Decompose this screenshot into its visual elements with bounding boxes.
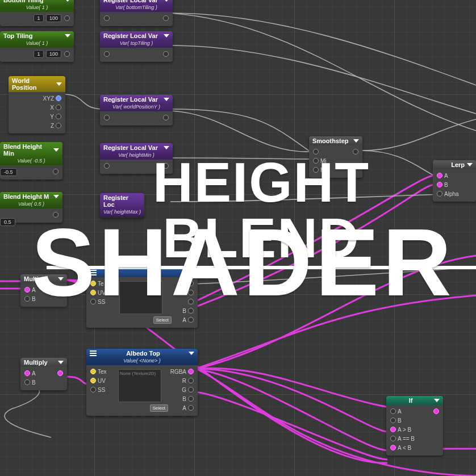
output-port-rgba[interactable] — [188, 369, 194, 374]
output-port[interactable] — [353, 149, 358, 155]
chevron-down-icon[interactable] — [58, 277, 64, 281]
node-lerp[interactable]: Lerp A B Alpha — [433, 160, 476, 202]
output-port[interactable] — [163, 115, 169, 120]
chevron-down-icon[interactable] — [65, 34, 70, 37]
output-port-b[interactable] — [188, 308, 194, 314]
blend-max-field[interactable]: 0.5 — [0, 218, 15, 226]
output-port-r[interactable] — [188, 290, 194, 295]
node-multiply-2[interactable]: Multiply A B — [20, 358, 67, 390]
node-title: Register Local Var — [103, 0, 158, 3]
output-port-z[interactable] — [56, 123, 61, 128]
input-port-aeqb[interactable] — [390, 436, 396, 441]
output-port[interactable] — [53, 169, 59, 174]
node-smoothstep[interactable]: Smoothstep Mi Ma — [309, 136, 362, 178]
input-port-agtb[interactable] — [390, 427, 396, 432]
node-bottom-tiling[interactable]: Bottom Tiling Value( 1 ) 1 100 — [0, 0, 74, 26]
output-port[interactable] — [163, 51, 169, 57]
output-port-a[interactable] — [188, 317, 194, 323]
input-port-b[interactable] — [437, 182, 442, 187]
chevron-down-icon[interactable] — [53, 148, 59, 152]
node-register-toptiling[interactable]: Register Local Var Var( topTiling ) — [100, 31, 173, 62]
node-if[interactable]: If A B A > B A == B A < B — [386, 396, 443, 456]
chevron-down-icon[interactable] — [58, 361, 64, 364]
select-button[interactable]: Select — [153, 316, 172, 324]
chevron-down-icon[interactable] — [164, 34, 169, 37]
menu-icon[interactable] — [90, 353, 97, 354]
chevron-down-icon[interactable] — [65, 0, 70, 2]
node-top-tiling[interactable]: Top Tiling Value( 1 ) 1 100 — [0, 31, 74, 62]
input-port-b[interactable] — [24, 296, 30, 302]
node-albedo-top[interactable]: Albedo Top Value( <None> ) Tex UV SS Non… — [86, 349, 198, 416]
input-port[interactable] — [104, 15, 110, 21]
input-port-ss[interactable] — [90, 387, 96, 393]
output-port-x[interactable] — [56, 105, 61, 110]
port-label: A — [182, 317, 186, 323]
port-label: R — [182, 378, 186, 384]
output-port-rgba[interactable] — [188, 281, 194, 286]
input-port-a[interactable] — [437, 173, 442, 178]
chevron-down-icon[interactable] — [434, 399, 440, 402]
node-register-heightmax[interactable]: Register Loc Var( heightMax ) — [100, 193, 144, 218]
node-texture-bottom[interactable]: Te UV SS Select RG B A — [86, 268, 198, 328]
input-port-alpha[interactable] — [437, 191, 442, 197]
input-port[interactable] — [104, 51, 110, 57]
input-port[interactable] — [104, 163, 110, 169]
input-port-b[interactable] — [24, 379, 30, 385]
port-label: B — [182, 396, 186, 402]
output-port-r[interactable] — [188, 378, 194, 383]
input-port[interactable] — [313, 149, 319, 155]
output-port-g[interactable] — [188, 387, 194, 393]
output-port-xyz[interactable] — [56, 95, 61, 101]
input-port-max[interactable] — [313, 167, 319, 173]
input-port-a[interactable] — [24, 287, 30, 293]
input-port-altb[interactable] — [390, 445, 396, 450]
output-port[interactable] — [57, 287, 63, 293]
input-port-a[interactable] — [24, 370, 30, 376]
spinner-value-b[interactable]: 100 — [46, 50, 61, 58]
output-port[interactable] — [433, 408, 439, 414]
node-multiply-1[interactable]: Multiply A B — [20, 274, 67, 307]
select-button[interactable]: Select — [150, 404, 168, 412]
menu-icon[interactable] — [90, 272, 97, 273]
input-port-tex[interactable] — [90, 369, 96, 374]
input-port-uv[interactable] — [90, 290, 96, 295]
node-title: Multiply — [24, 275, 48, 282]
chevron-down-icon[interactable] — [53, 195, 59, 198]
chevron-down-icon[interactable] — [189, 352, 194, 355]
port-label: Ma — [320, 167, 328, 173]
chevron-down-icon[interactable] — [56, 82, 62, 86]
node-world-position[interactable]: World Position XYZ X Y Z — [9, 76, 65, 133]
input-port-a[interactable] — [390, 408, 396, 414]
chevron-down-icon[interactable] — [164, 0, 169, 2]
output-port[interactable] — [57, 370, 63, 376]
output-port[interactable] — [64, 15, 70, 21]
output-port-y[interactable] — [56, 114, 61, 119]
input-port-min[interactable] — [313, 158, 319, 164]
node-register-heightmin[interactable]: Register Local Var Var( heightMin ) — [100, 143, 173, 174]
chevron-down-icon[interactable] — [164, 146, 169, 149]
input-port-tex[interactable] — [90, 281, 96, 286]
node-register-bottomtiling[interactable]: Register Local Var Var( bottomTiling ) — [100, 0, 173, 26]
output-port-b[interactable] — [188, 396, 194, 402]
port-label: Mi — [320, 158, 327, 164]
output-port[interactable] — [53, 212, 59, 218]
output-port-a[interactable] — [188, 405, 194, 411]
input-port[interactable] — [104, 115, 110, 120]
node-register-worldposy[interactable]: Register Local Var Var( worldPositionY ) — [100, 95, 173, 126]
input-port-b[interactable] — [390, 417, 396, 423]
chevron-down-icon[interactable] — [189, 271, 194, 274]
output-port[interactable] — [163, 15, 169, 21]
spinner-value-a[interactable]: 1 — [34, 50, 44, 58]
chevron-down-icon[interactable] — [467, 163, 473, 166]
chevron-down-icon[interactable] — [164, 98, 169, 101]
output-port[interactable] — [64, 51, 70, 57]
node-subtitle: Value( <None> ) — [86, 358, 198, 365]
blend-min-field[interactable]: -0.5 — [0, 168, 17, 176]
spinner-value-a[interactable]: 1 — [34, 14, 44, 22]
input-port-uv[interactable] — [90, 378, 96, 383]
output-port[interactable] — [163, 163, 169, 169]
spinner-value-b[interactable]: 100 — [46, 14, 61, 22]
output-port-g[interactable] — [188, 299, 194, 304]
input-port-ss[interactable] — [90, 299, 96, 304]
chevron-down-icon[interactable] — [353, 139, 359, 143]
